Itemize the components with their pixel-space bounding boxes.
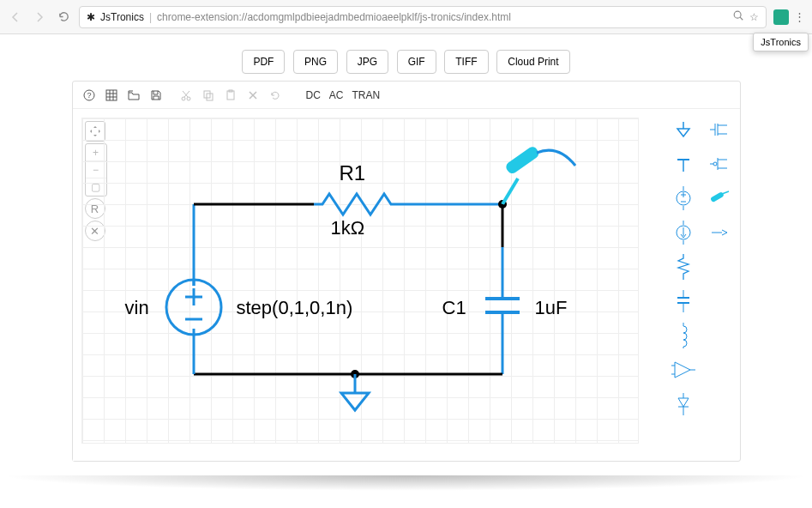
svg-text:?: ? (87, 91, 91, 100)
vin-name[interactable]: vin (125, 297, 149, 319)
editor-toolbar: ? DC AC TRAN (73, 82, 740, 109)
svg-line-48 (722, 191, 729, 194)
palette-ground-icon[interactable] (668, 118, 699, 142)
palette-isource-icon[interactable] (668, 221, 699, 245)
svg-line-20 (502, 178, 518, 204)
back-button[interactable] (7, 9, 24, 26)
delete-icon[interactable] (245, 88, 261, 103)
palette-port-icon[interactable] (704, 221, 735, 245)
export-tiff-button[interactable]: TIFF (444, 50, 488, 74)
ground[interactable] (341, 374, 369, 410)
export-jpg-button[interactable]: JPG (346, 50, 388, 74)
address-bar[interactable]: ✱ JsTronics | chrome-extension://acdomgm… (79, 6, 767, 28)
palette-probe-icon[interactable] (704, 186, 735, 210)
extension-name: JsTronics (100, 11, 144, 23)
palette-vdd-icon[interactable] (668, 152, 699, 176)
svg-rect-4 (106, 90, 117, 100)
export-cloudprint-button[interactable]: Cloud Print (496, 50, 569, 74)
export-bar: PDF PNG JPG GIF TIFF Cloud Print (0, 34, 812, 81)
page-content: PDF PNG JPG GIF TIFF Cloud Print ? DC AC… (0, 34, 812, 506)
svg-point-37 (713, 162, 717, 166)
sim-mode-tran[interactable]: TRAN (352, 89, 382, 101)
extension-icon: ✱ (87, 11, 95, 23)
canvas-area-wrap: + − ▢ R ✕ (73, 109, 663, 461)
open-icon[interactable] (126, 88, 141, 103)
search-icon[interactable] (732, 9, 744, 24)
palette-opamp-icon[interactable] (668, 358, 699, 382)
svg-line-1 (740, 17, 743, 20)
reload-button[interactable] (55, 9, 72, 26)
vsource-vin[interactable] (166, 280, 221, 335)
palette-pmos-icon[interactable] (704, 152, 735, 176)
paste-icon[interactable] (223, 88, 238, 103)
svg-point-10 (187, 97, 190, 100)
grid-icon[interactable] (104, 88, 119, 103)
sim-mode-dc[interactable]: DC (305, 89, 322, 101)
probe[interactable] (502, 145, 575, 204)
svg-rect-19 (504, 145, 540, 176)
svg-point-0 (734, 11, 741, 18)
schematic-canvas[interactable]: R1 1kΩ vin step(0,1,0,1n) C1 1uF (81, 118, 639, 444)
svg-rect-47 (710, 191, 725, 203)
r1-name[interactable]: R1 (340, 161, 366, 185)
menu-icon[interactable]: ⋮ (794, 10, 805, 23)
copy-icon[interactable] (201, 88, 216, 103)
component-palette (663, 109, 740, 461)
palette-inductor-icon[interactable] (668, 324, 699, 348)
help-icon[interactable]: ? (81, 88, 97, 103)
editor-frame: ? DC AC TRAN + (72, 81, 741, 462)
palette-vsource-icon[interactable] (668, 186, 699, 210)
forward-button[interactable] (31, 9, 48, 26)
rotate-icon[interactable] (268, 88, 283, 103)
palette-diode-icon[interactable] (668, 392, 699, 416)
extension-tooltip: JsTronics (753, 33, 809, 51)
vin-value[interactable]: step(0,1,0,1n) (237, 297, 353, 319)
url-text: chrome-extension://acdomgmlpdbieejadmbed… (157, 11, 511, 23)
resistor-r1[interactable] (314, 194, 400, 215)
extension-button[interactable] (773, 9, 789, 25)
sim-mode-ac[interactable]: AC (328, 89, 345, 101)
drop-shadow (0, 475, 812, 491)
svg-point-9 (182, 97, 185, 100)
palette-capacitor-icon[interactable] (668, 289, 699, 313)
export-gif-button[interactable]: GIF (397, 50, 436, 74)
cut-icon[interactable] (178, 88, 194, 103)
export-png-button[interactable]: PNG (293, 50, 338, 74)
save-icon[interactable] (148, 88, 164, 103)
palette-nmos-icon[interactable] (704, 118, 735, 142)
c1-value[interactable]: 1uF (535, 297, 568, 319)
svg-point-23 (166, 280, 221, 335)
star-icon[interactable]: ☆ (749, 11, 759, 23)
capacitor-c1[interactable] (485, 299, 520, 312)
browser-toolbar: ✱ JsTronics | chrome-extension://acdomgm… (0, 0, 812, 34)
palette-resistor-icon[interactable] (668, 255, 699, 279)
c1-name[interactable]: C1 (442, 297, 466, 319)
r1-value[interactable]: 1kΩ (331, 217, 365, 239)
export-pdf-button[interactable]: PDF (242, 50, 285, 74)
